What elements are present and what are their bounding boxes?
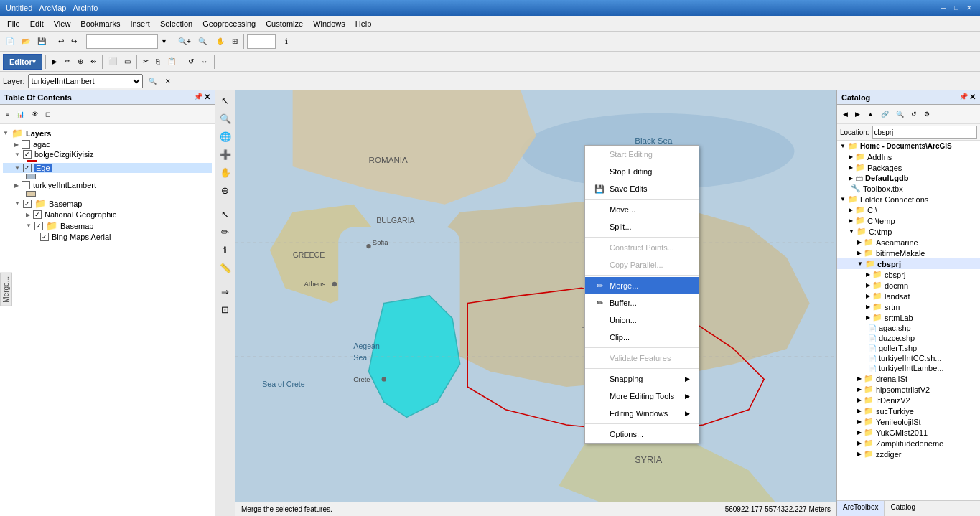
catalog-item-addins[interactable]: ▶ 📁 AddIns xyxy=(837,151,980,162)
toc-item-bing[interactable]: Bing Maps Aerial xyxy=(3,232,212,242)
menu-edit[interactable]: Edit xyxy=(26,18,48,29)
open-btn[interactable]: 📂 xyxy=(19,34,33,50)
catalog-item-turkiyecc[interactable]: 📄 turkiyeIIntCC.sh... xyxy=(837,353,980,363)
rotate-btn[interactable]: ↺ xyxy=(185,54,197,70)
catalog-item-zzdiger[interactable]: ▶ 📁 zzdiger xyxy=(837,449,980,459)
zoom-out-btn[interactable]: 🔍- xyxy=(195,34,212,50)
menu-more-editing-tools[interactable]: More Editing Tools ▶ xyxy=(585,388,699,405)
turkiye-checkbox[interactable] xyxy=(22,181,30,189)
new-btn[interactable]: 📄 xyxy=(3,34,17,50)
toc-pin-btn[interactable]: 📌 xyxy=(194,93,202,102)
catalog-refresh-btn[interactable]: ↺ xyxy=(908,106,920,122)
menu-geoprocessing[interactable]: Geoprocessing xyxy=(198,18,260,29)
catalog-item-YeniIeolojilSt[interactable]: ▶ 📁 YeniIeolojilSt xyxy=(837,416,980,427)
toc-item-natgeo[interactable]: ▶ National Geographic xyxy=(3,210,212,220)
copy-features-btn[interactable]: ⎘ xyxy=(153,54,163,70)
menu-start-editing[interactable]: Start Editing xyxy=(585,146,699,163)
catalog-search-btn[interactable]: 🔍 xyxy=(893,106,907,122)
catalog-item-IfDenizV2[interactable]: ▶ 📁 IfDenizV2 xyxy=(837,395,980,405)
menu-insert[interactable]: Insert xyxy=(126,18,154,29)
catalog-item-aseamarine[interactable]: ▶ 📁 Aseamarine xyxy=(837,237,980,248)
menu-move[interactable]: Move... xyxy=(585,201,699,218)
menu-union[interactable]: Union... xyxy=(585,311,699,329)
identify-btn[interactable]: ℹ xyxy=(282,34,291,50)
catalog-pin-btn[interactable]: 📌 xyxy=(959,93,968,102)
catalog-item-Zamplitudedeneme[interactable]: ▶ 📁 Zamplitudedeneme xyxy=(837,438,980,449)
catalog-item-home[interactable]: ▼ 📁 Home - Documents\ArcGIS xyxy=(837,141,980,151)
catalog-item-hipsometrilstV2[interactable]: ▶ 📁 hipsometrilstV2 xyxy=(837,384,980,395)
catalog-item-agac-shp[interactable]: 📄 agac.shp xyxy=(837,323,980,333)
toc-item-turkiye[interactable]: ▶ turkiyeIIntLambert xyxy=(3,180,212,190)
clear-selection-btn[interactable]: ✕ xyxy=(162,73,174,89)
menu-options[interactable]: Options... xyxy=(585,426,699,443)
paste-features-btn[interactable]: 📋 xyxy=(164,54,179,70)
toc-item-basemap2[interactable]: ▼ 📁 Basemap xyxy=(3,220,212,232)
editor-menu-btn[interactable]: Editor xyxy=(3,54,42,70)
catalog-item-c-tmp[interactable]: ▼ 📁 C:\tmp xyxy=(837,226,980,237)
toc-selection-btn[interactable]: ◻ xyxy=(42,106,53,122)
distance-input[interactable]: 400 xyxy=(247,34,276,49)
close-btn[interactable]: ✕ xyxy=(964,3,974,13)
undo-btn[interactable]: ↩ xyxy=(55,34,67,50)
agac-checkbox[interactable] xyxy=(22,140,30,149)
tool2-btn[interactable]: 🔍 xyxy=(217,110,234,127)
catalog-item-gollerT-shp[interactable]: 📄 gollerT.shp xyxy=(837,343,980,353)
catalog-item-toolbox[interactable]: 🔧 Toolbox.tbx xyxy=(837,183,980,194)
catalog-location-input[interactable] xyxy=(872,126,977,139)
cut-features-btn[interactable]: ✂ xyxy=(140,54,151,70)
basemap2-checkbox[interactable] xyxy=(34,222,43,230)
toc-item-basemap-group[interactable]: ▼ 📁 Basemap xyxy=(3,197,212,210)
tool3-btn[interactable]: 🌐 xyxy=(217,128,234,145)
catalog-item-duzce-shp[interactable]: 📄 duzce.shp xyxy=(837,333,980,343)
layers-expand-arrow[interactable]: ▼ xyxy=(3,130,9,136)
pan-btn[interactable]: ✋ xyxy=(213,34,228,50)
catalog-item-drenajISt[interactable]: ▶ 📁 drenajISt xyxy=(837,373,980,384)
menu-customize[interactable]: Customize xyxy=(261,18,307,29)
catalog-item-bitirme[interactable]: ▶ 📁 bitirmeMakale xyxy=(837,248,980,258)
catalog-up-btn[interactable]: ▲ xyxy=(864,106,877,122)
zoom-in-btn[interactable]: 🔍+ xyxy=(175,34,194,50)
maximize-btn[interactable]: □ xyxy=(951,3,961,13)
ege-checkbox[interactable] xyxy=(23,164,32,172)
arctoolbox-tab[interactable]: ArcToolbox xyxy=(837,501,885,516)
menu-selection[interactable]: Selection xyxy=(156,18,197,29)
catalog-back-btn[interactable]: ◀ xyxy=(840,106,851,122)
catalog-item-packages[interactable]: ▶ 📁 Packages xyxy=(837,162,980,173)
catalog-close-btn[interactable]: ✕ xyxy=(969,93,976,102)
menu-editing-windows[interactable]: Editing Windows ▶ xyxy=(585,405,699,422)
toc-close-btn[interactable]: ✕ xyxy=(204,93,210,102)
tool11-btn[interactable]: ⇒ xyxy=(217,283,234,300)
layer-selector[interactable]: turkiyeIIntLambert xyxy=(28,74,143,88)
catalog-connect-btn[interactable]: 🔗 xyxy=(878,106,892,122)
catalog-item-YukGMIst2011[interactable]: ▶ 📁 YukGMIst2011 xyxy=(837,427,980,438)
tool1-btn[interactable]: ↖ xyxy=(217,92,234,109)
tool5-btn[interactable]: ✋ xyxy=(217,164,234,181)
catalog-item-docmn[interactable]: ▶ 📁 docmn xyxy=(837,280,980,291)
catalog-tab[interactable]: Catalog xyxy=(885,501,920,516)
toc-visible-btn[interactable]: 👁 xyxy=(29,106,41,122)
tool6-btn[interactable]: ⊕ xyxy=(217,182,234,199)
catalog-item-cbsprj2[interactable]: ▶ 📁 cbsprj xyxy=(837,269,980,280)
catalog-options-btn[interactable]: ⚙ xyxy=(921,106,933,122)
menu-buffer[interactable]: ✏ Buffer... xyxy=(585,294,699,311)
flip-btn[interactable]: ↔ xyxy=(198,54,211,70)
catalog-item-turkiyelambe[interactable]: 📄 turkiyeIIntLambe... xyxy=(837,363,980,373)
tool12-btn[interactable]: ⊡ xyxy=(217,301,234,318)
scale-input[interactable]: 1:10,403.153 xyxy=(86,34,158,49)
catalog-item-srtmLab[interactable]: ▶ 📁 srtmLab xyxy=(837,312,980,323)
full-extent-btn[interactable]: ⊞ xyxy=(229,34,241,50)
sketch-tool-btn[interactable]: ✏ xyxy=(62,54,73,70)
catalog-item-landsat[interactable]: ▶ 📁 landsat xyxy=(837,291,980,301)
catalog-item-cbsprj[interactable]: ▼ 📁 cbsprj xyxy=(837,258,980,269)
catalog-item-default-gdb[interactable]: ▶ 🗃 Default.gdb xyxy=(837,173,980,183)
minimize-btn[interactable]: ─ xyxy=(938,3,948,13)
menu-bookmarks[interactable]: Bookmarks xyxy=(76,18,124,29)
map-area[interactable]: ROMANIA BULGARIA GREECE T U R K E Y SYRI… xyxy=(235,90,836,516)
zoom-to-layer-btn[interactable]: 🔍 xyxy=(146,73,159,89)
edit-tool-btn[interactable]: ▶ xyxy=(49,54,60,70)
menu-stop-editing[interactable]: Stop Editing xyxy=(585,163,699,180)
save-btn[interactable]: 💾 xyxy=(34,34,49,50)
toc-list-btn[interactable]: ≡ xyxy=(3,106,12,122)
tool8-btn[interactable]: ✏ xyxy=(217,223,234,240)
select-by-rect-btn[interactable]: ▭ xyxy=(121,54,134,70)
